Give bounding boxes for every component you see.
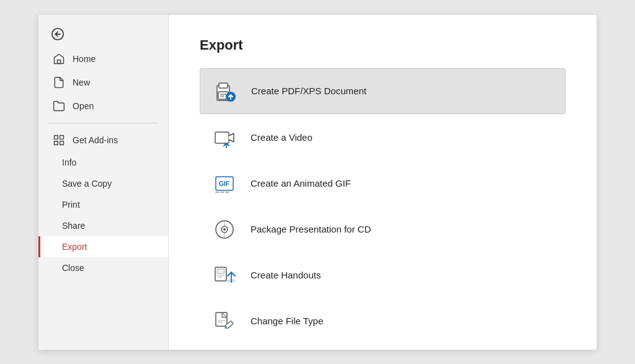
sidebar-item-save-copy[interactable]: Save a Copy [38,173,168,194]
app-window: Home New Open Get Add-i [38,15,597,350]
sidebar-item-addins[interactable]: Get Add-ins [38,128,168,152]
sidebar-item-print[interactable]: Print [38,194,168,215]
sidebar-item-info[interactable]: Info [38,152,168,173]
svg-rect-4 [60,135,64,139]
export-item-pdf-xps[interactable]: Create PDF/XPS Document [200,68,566,114]
handouts-icon [211,262,238,289]
export-item-gif-label: Create an Animated GIF [251,178,351,189]
svg-rect-6 [55,141,58,144]
sidebar-item-save-copy-label: Save a Copy [62,179,112,189]
sidebar-item-close[interactable]: Close [38,257,168,278]
cd-icon [211,216,238,243]
svg-rect-3 [55,135,58,139]
sidebar-item-print-label: Print [62,200,80,210]
export-item-pdf-xps-label: Create PDF/XPS Document [251,86,366,96]
svg-rect-14 [215,132,229,143]
svg-rect-31 [228,280,235,282]
svg-rect-32 [216,313,227,326]
export-list: Create PDF/XPS Document Create a Video [200,68,566,344]
addins-icon [53,134,65,146]
export-item-handouts-label: Create Handouts [251,270,321,280]
export-item-cd-label: Package Presentation for CD [251,224,371,234]
sidebar-item-share-label: Share [62,221,85,231]
sidebar-item-close-label: Close [62,263,84,273]
sidebar-item-home-label: Home [73,54,95,64]
svg-rect-2 [58,60,61,63]
gif-icon: GIF [211,170,238,197]
sidebar: Home New Open Get Add-i [38,15,169,350]
sidebar-item-new[interactable]: New [38,71,168,94]
sidebar-item-export[interactable]: Export [38,236,168,257]
svg-rect-27 [217,269,224,273]
open-icon [53,100,65,112]
home-icon [53,53,65,65]
sidebar-item-new-label: New [73,78,90,87]
export-item-file-type[interactable]: Change File Type [200,299,566,344]
export-item-cd[interactable]: Package Presentation for CD [200,207,566,252]
svg-rect-8 [219,83,228,88]
export-item-file-type-label: Change File Type [251,316,323,326]
sidebar-divider [48,123,158,123]
svg-text:GIF: GIF [219,180,229,187]
main-content: Export [169,15,597,350]
sidebar-item-info-label: Info [62,158,76,167]
page-title: Export [200,37,566,53]
file-type-icon [211,308,238,335]
sidebar-item-open-label: Open [73,101,94,111]
sidebar-item-share[interactable]: Share [38,215,168,236]
video-icon [211,124,238,151]
sidebar-item-export-label: Export [62,242,87,252]
svg-point-23 [223,228,226,231]
sidebar-item-home[interactable]: Home [38,47,168,71]
pdf-xps-icon [211,78,239,105]
export-item-handouts[interactable]: Create Handouts [200,253,566,298]
new-icon [53,76,65,89]
svg-rect-5 [60,141,64,144]
export-item-video[interactable]: Create a Video [200,115,566,160]
back-button[interactable] [38,21,168,47]
export-item-video-label: Create a Video [251,132,313,143]
export-item-gif[interactable]: GIF Create an Animated GIF [200,161,566,206]
back-icon [51,27,64,41]
sidebar-item-open[interactable]: Open [38,94,168,118]
sidebar-item-addins-label: Get Add-ins [73,135,118,145]
